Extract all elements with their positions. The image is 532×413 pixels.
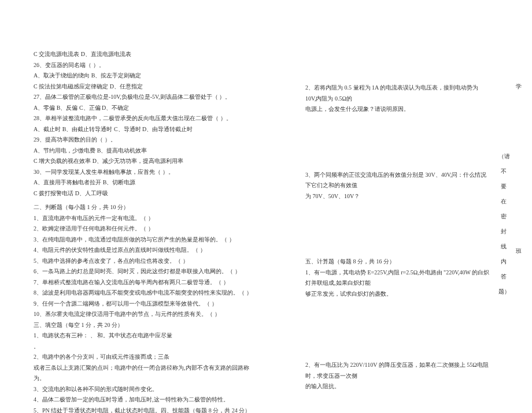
skill-2b: 电源上，会发生什么现象？请说明原因。	[305, 104, 490, 115]
q30: 30、一同学发现某人发生单相触电事故，应首先（ ）。	[34, 167, 253, 178]
note-char-4: 密	[498, 209, 509, 224]
q29: 29、提高功率因数的目的（ ）。	[34, 135, 253, 146]
note-char-2: 要	[498, 179, 509, 194]
fill-3: 3、交流电的和以各种不同的形式随时间作变化。	[34, 384, 253, 395]
left-column: C 交流电源电流表 D、直流电源电流表 26、变压器的同名端（ ）。 A、取决于…	[34, 49, 253, 413]
skill-3b: 为 70V、50V、10V？	[305, 191, 490, 202]
note-char-8: 答	[498, 269, 509, 284]
right-margin-labels: 学 班 姓	[516, 61, 525, 413]
judge-5: 5、电路中选择的参考点改变了，各点的电位也将改变。（ ）	[34, 256, 253, 267]
judge-3: 3、在纯电阻电路中，电流通过电阻所做的功与它所产生的热量是相等的。（ ）	[34, 235, 253, 245]
note-char-5: 封	[498, 224, 509, 239]
q29-options-ab: A、节约用电，少缴电费 B、提高电动机效率	[34, 146, 253, 157]
calc-2: 2、有一电压比为 220V/110V 的降压变压器，如果在二次侧接上 55Ω电阻…	[305, 360, 490, 381]
calc-1: 1、有一电源，其电动势 E=225V,内阻 r=2.5Ω,外电路由 "220V,…	[305, 267, 490, 289]
section-2-title: 二、判断题（每小题 1 分，共 10 分）	[34, 202, 253, 213]
skill-2: 2、若将内阻为 0.5 量程为 1A 的电流表误认为电压表，接到电动势为 10V…	[305, 83, 490, 104]
q29-options-cd: C 增大负载的视在效率 D、减少无功功率，提高电源利用率	[34, 156, 253, 167]
q26: 26、变压器的同名端（ ）。	[34, 60, 253, 71]
judge-9: 9、任何一个含源二端网络，都可以用一个电压源模型来等效替代。（ ）	[34, 299, 253, 310]
section-5-title: 五、计算题（每题 8 分，共 16 分）	[305, 256, 490, 267]
note-char-6: 线	[498, 239, 509, 254]
q30-options-cd: C 拨打报警电话 D、人工呼吸	[34, 188, 253, 199]
judge-10: 10、基尔霍夫电流定律仅适用于电路中的节点，与元件的性质有关。（ ）	[34, 309, 253, 320]
q27: 27、晶体二极管的正极电位是-10V,负极电位是-5V,则该晶体二极管处于（ ）…	[34, 92, 253, 103]
judge-7: 7、单相桥式整流电路在输入交流电压的每半周内都有两只二极管导通。（ ）	[34, 277, 253, 288]
note-char-1: 不	[498, 164, 509, 179]
note-char-3: 在	[498, 194, 509, 209]
judge-2: 2、欧姆定律适用于任何电路和任何元件。（ ）	[34, 224, 253, 235]
calc-2b: 的输入阻抗。	[305, 381, 490, 392]
fill-1b: 。	[34, 341, 253, 352]
label-school: 学	[516, 61, 525, 113]
label-name: 姓	[516, 390, 525, 413]
q26-options-cd: C 按法拉第电磁感应定律确定 D、任意指定	[34, 81, 253, 92]
fill-2b: 或者三条以上支路汇聚的点叫；电路中的任一闭合路径称为,内部不含有支路的回路称为。	[34, 363, 253, 384]
q26-options-ab: A、取决于绕组的绕向 B、按左手定则确定	[34, 70, 253, 81]
note-char-9: 题）	[498, 284, 509, 299]
section-3-title: 三、填空题（每空 1 分，共 20 分）	[34, 320, 253, 331]
note-paren: （请	[498, 149, 509, 164]
q28: 28、单相半波整流电路中，二极管承受的反向电压最大值出现在二极管（ ）。	[34, 113, 253, 124]
judge-6: 6、一条马路上的灯总是同时亮、同时灭，因此这些灯都是串联接入电网的。（ ）	[34, 266, 253, 277]
fill-1: 1、电路状态有三种： 、 和。其中状态在电路中应尽量	[34, 330, 253, 341]
judge-1: 1、直流电路中有电压的元件一定有电流。（ ）	[34, 213, 253, 224]
seal-line-note: （请 不 要 在 密 封 线 内 答 题）	[498, 52, 509, 299]
exam-page: C 交流电源电流表 D、直流电源电流表 26、变压器的同名端（ ）。 A、取决于…	[0, 0, 532, 413]
right-column: 2、若将内阻为 0.5 量程为 1A 的电流表误认为电压表，接到电动势为 10V…	[305, 49, 490, 413]
judge-4: 4、电阻元件的伏安特性曲线是过原点的直线时叫做线性电阻。（ ）	[34, 245, 253, 256]
skill-3: 3、两个同频率的正弦交流电压的有效值分别是 30V、40V,问：什么情况下它们之…	[305, 170, 490, 191]
q25-options-cd: C 交流电源电流表 D、直流电源电流表	[34, 49, 253, 60]
judge-8: 8、滤波是利用电容器两端电压不能突变或电感中电流不能突变的特性来实现的。（ ）	[34, 288, 253, 299]
calc-1b: 够正常发光，试求白炽灯的盏数。	[305, 289, 490, 300]
note-char-7: 内	[498, 254, 509, 269]
q30-options-ab: A、直接用手将触电者拉开 B、切断电源	[34, 177, 253, 188]
q27-options: A、零偏 B、反偏 C、正偏 D、不确定	[34, 103, 253, 114]
label-class: 班	[516, 225, 525, 277]
q28-options: A、截止时 B、由截止转导通时 C、导通时 D、由导通转截止时	[34, 124, 253, 135]
fill-2: 2、电路中的各个分支叫，可由或元件连接而成；三条	[34, 352, 253, 363]
fill-4: 4、晶体二极管加一定的电压时导通，加电压时,这一特性称为二极管的特性。	[34, 395, 253, 405]
fill-5-section-4: 5、PN 结处于导通状态时电阻，截止状态时电阻。四、技能题（每题 8 分，共 2…	[34, 405, 253, 414]
